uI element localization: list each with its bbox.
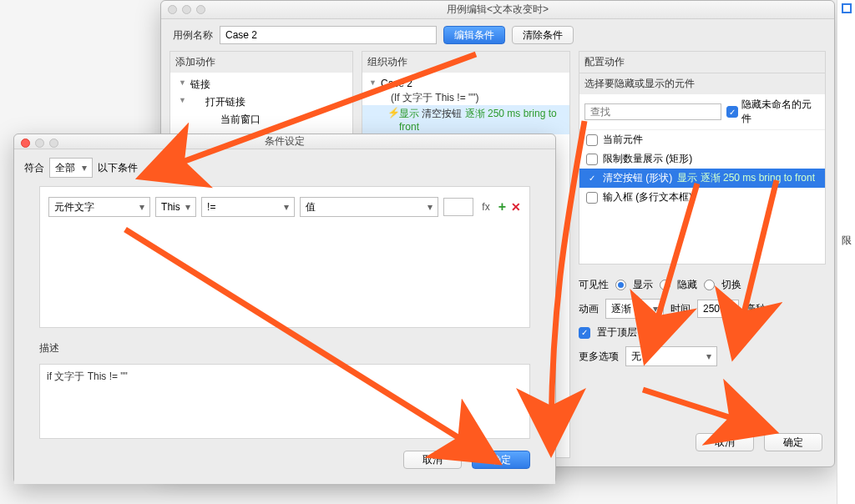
operator-select[interactable]: !=: [201, 197, 295, 217]
configure-action-header: 配置动作: [579, 51, 826, 73]
action-target: 清空按钮: [422, 108, 462, 119]
checkbox-icon: [726, 106, 738, 118]
more-options-label: 更多选项: [579, 350, 619, 364]
case-name-input[interactable]: [220, 26, 437, 44]
visibility-label: 可见性: [579, 278, 609, 292]
tree-item-current-window[interactable]: 当前窗口: [170, 111, 352, 129]
list-item[interactable]: 当前元件: [579, 130, 825, 149]
animation-select[interactable]: 逐渐: [605, 299, 664, 319]
checkbox-icon[interactable]: [586, 192, 598, 204]
editor-titlebar[interactable]: 用例编辑<文本改变时>: [161, 1, 834, 19]
chevron-down-icon: [180, 201, 190, 213]
strip-icon[interactable]: [842, 3, 852, 13]
animation-label: 动画: [579, 302, 599, 316]
add-action-header: 添加动作: [170, 52, 352, 73]
right-panel-strip: 限: [837, 0, 855, 504]
condition-title: 条件设定: [265, 134, 305, 149]
clear-condition-button[interactable]: 清除条件: [512, 26, 574, 44]
chevron-down-icon: [134, 201, 144, 213]
editor-title: 用例编辑<文本改变时>: [447, 3, 549, 17]
action-verb: 显示: [399, 108, 422, 119]
component-search-input[interactable]: [584, 103, 721, 120]
tree-item-open-link[interactable]: 打开链接: [170, 93, 352, 111]
hide-unnamed-checkbox[interactable]: 隐藏未命名的元件: [726, 98, 820, 126]
bolt-icon: ⚡: [387, 107, 400, 118]
time-label: 时间: [670, 302, 691, 316]
zoom-icon: [196, 5, 205, 14]
configure-action-column: 配置动作 选择要隐藏或显示的元件 隐藏未命名的元件 当前元件 限制数量展示 (矩…: [579, 51, 826, 458]
case-row[interactable]: Case 2: [362, 76, 569, 91]
organize-action-header: 组织动作: [362, 52, 569, 73]
case-name-label: 用例名称: [173, 28, 213, 43]
condition-builder: 元件文字 This != 值 fx + ✕: [39, 186, 530, 328]
case-condition: (If 文字于 This != ""): [362, 91, 569, 105]
description-text: if 文字于 This != "": [39, 364, 530, 439]
list-item[interactable]: 清空按钮 (形状) 显示 逐渐 250 ms bring to front: [579, 169, 825, 188]
value-input[interactable]: [443, 198, 473, 216]
case-action-row[interactable]: ⚡ 显示 清空按钮 逐渐 250 ms bring to front: [362, 105, 569, 134]
bring-front-checkbox[interactable]: [579, 327, 590, 339]
remove-row-button[interactable]: ✕: [511, 200, 521, 214]
list-item[interactable]: 限制数量展示 (矩形): [579, 149, 825, 169]
fx-button[interactable]: fx: [478, 201, 493, 213]
strip-label: 限: [837, 234, 855, 248]
close-icon[interactable]: [21, 139, 30, 148]
close-icon[interactable]: [168, 5, 177, 14]
chevron-down-icon: [279, 201, 289, 213]
select-components-label: 选择要隐藏或显示的元件: [579, 73, 825, 94]
edit-condition-button[interactable]: 编辑条件: [443, 26, 505, 44]
match-label: 符合: [24, 161, 44, 175]
checkbox-icon[interactable]: [586, 173, 598, 184]
chevron-down-icon: [77, 162, 87, 174]
radio-show[interactable]: [615, 280, 626, 290]
more-options-select[interactable]: 无: [625, 346, 717, 366]
target-select[interactable]: This: [155, 197, 196, 217]
list-item[interactable]: 输入框 (多行文本框): [579, 188, 825, 207]
following-label: 以下条件: [98, 161, 138, 175]
time-unit: 毫秒: [746, 302, 766, 316]
subject-select[interactable]: 元件文字: [48, 197, 150, 217]
minimize-icon: [182, 5, 191, 14]
description-label: 描述: [39, 341, 530, 355]
condition-titlebar[interactable]: 条件设定: [14, 134, 555, 149]
radio-hide[interactable]: [660, 280, 670, 290]
match-select[interactable]: 全部: [49, 158, 93, 178]
radio-toggle[interactable]: [704, 280, 715, 290]
chevron-down-icon: [701, 350, 711, 362]
value-type-select[interactable]: 值: [300, 197, 438, 217]
editor-ok-button[interactable]: 确定: [764, 433, 822, 451]
component-list: 当前元件 限制数量展示 (矩形) 清空按钮 (形状) 显示 逐渐 250 ms …: [579, 130, 825, 264]
checkbox-icon[interactable]: [586, 154, 598, 165]
time-input[interactable]: [697, 300, 739, 318]
bring-front-label: 置于顶层: [597, 325, 637, 340]
editor-cancel-button[interactable]: 取消: [696, 433, 754, 451]
chevron-down-icon: [422, 201, 433, 213]
condition-ok-button[interactable]: 确定: [472, 451, 530, 469]
condition-dialog: 条件设定 符合 全部 以下条件 元件文字 This != 值 fx + ✕ 描述…: [13, 134, 556, 484]
add-row-button[interactable]: +: [498, 199, 506, 214]
minimize-icon: [35, 139, 44, 148]
chevron-down-icon: [648, 303, 658, 315]
condition-cancel-button[interactable]: 取消: [403, 451, 462, 469]
zoom-icon: [49, 139, 58, 148]
tree-item-links[interactable]: 链接: [170, 76, 352, 93]
checkbox-icon[interactable]: [586, 134, 598, 146]
